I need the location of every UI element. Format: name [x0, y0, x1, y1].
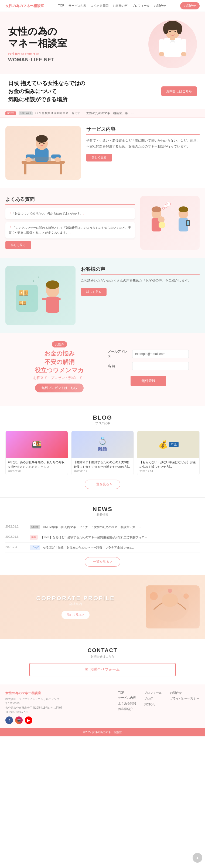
blog-card-1: 💍 離婚 【離婚オア】離婚するための心の工夫3離婚後にお金をできるだけ増やすため…	[71, 431, 134, 475]
faq-content: よくある質問 「お金について知りたい。何から始めてよいのか？」 「シングルマザー…	[5, 196, 135, 249]
hero-image	[148, 20, 197, 68]
footer-nav-col-3: お問合せ プライバシーポリシー	[170, 691, 200, 711]
news-item-2: 2021.7.4 ブログ なるほど！受験！お役立のためのマネー諸費「プラナア全員…	[5, 542, 200, 553]
blog-title: BLOG	[5, 414, 200, 421]
footer-nav-top[interactable]: TOP	[118, 691, 136, 694]
form-cta-button[interactable]: 無料プレゼントはこちら	[35, 383, 84, 393]
service-image	[5, 126, 81, 180]
cta-band: 日頃 抱えている女性ならではの お金の悩みについて 気軽に相談ができる場所 お問…	[0, 74, 205, 109]
news-item-1: 2022.01.6 掲載 【SNS】なるほど！受験するためのマネー諸費用選別がお…	[5, 532, 200, 542]
footer-nav-news[interactable]: お知らせ	[144, 702, 162, 706]
news-item-0: 2022.01.2 NEWS ORI 全県第 3 回列内マネーセミナー「女性のた…	[5, 522, 200, 532]
hero-domain: WOMAN-LIFE.NET	[8, 57, 148, 63]
profile-title-en: CORPORATE PROFILE	[5, 595, 146, 602]
news-more-button[interactable]: 一覧を見る >	[85, 557, 120, 566]
svg-rect-7	[181, 39, 186, 54]
svg-rect-25	[32, 157, 51, 161]
instagram-icon[interactable]: 📷	[15, 716, 23, 724]
news-date: 2022.01.2	[19, 112, 33, 115]
faq-more-button[interactable]: 詳しく見る	[5, 241, 31, 249]
mail-icon: ✉	[85, 667, 88, 672]
faq-image: ？	[140, 196, 200, 250]
footer-nav-privacy[interactable]: プライバシーポリシー	[170, 696, 200, 701]
footer-info: 女性の為のマネー相談室 株式会社ヒライブライン・コンサルティング 〒162-00…	[5, 691, 113, 724]
form-submit-button[interactable]: 無料登録	[131, 376, 166, 386]
youtube-icon[interactable]: ▶	[25, 716, 32, 724]
nav-testimonials[interactable]: お客様の声	[113, 4, 128, 8]
testimonial-more-button[interactable]: 詳しく見る	[81, 288, 106, 296]
news-subtitle: 新着情報	[5, 513, 200, 517]
svg-point-32	[179, 207, 188, 212]
news-category-1: 掲載	[30, 535, 38, 540]
svg-point-54	[168, 589, 172, 593]
svg-point-29	[158, 216, 164, 223]
nav-contact[interactable]: お問合せ	[154, 4, 166, 8]
faq-quote-1: 「お金について知りたい。何から始めてよいのか？」	[5, 208, 135, 219]
nav-top[interactable]: TOP	[58, 4, 64, 8]
name-group: 名 前	[108, 362, 189, 370]
contact-subtitle: お問合せはこちら	[11, 655, 194, 659]
footer-address: 株式会社ヒライブライン・コンサルティング 〒162-0055 大分県大分市万寿寺…	[5, 697, 113, 714]
name-input[interactable]	[132, 362, 189, 370]
profile-title-jp: 会社案内	[5, 602, 146, 607]
cta-button[interactable]: お問合せはこちら	[161, 86, 197, 96]
service-section: サービス内容 子育て・小遣い・老後資金など「誰に聞いて良いかわからない」など、育…	[0, 118, 205, 188]
service-more-button[interactable]: 詳しく見る	[86, 154, 112, 161]
news-section: NEWS 新着情報 2022.01.2 NEWS ORI 全県第 3 回列内マネ…	[0, 497, 205, 575]
svg-point-10	[169, 31, 171, 32]
blog-card-image-2: 💰 年金	[137, 431, 199, 458]
footer-nav-profile[interactable]: プロフィール	[144, 691, 162, 695]
blog-card-date-1: 2022.03.19	[74, 470, 131, 473]
facebook-icon[interactable]: f	[5, 716, 13, 724]
hero-text: 女性の為の マネー相談室 Feel free to contact us WOM…	[8, 26, 148, 62]
blog-card-0: 🍱 40代女、あるお仕事を始め、私たちの月収を増やす方もいじめることしょ 202…	[5, 431, 68, 475]
header-cta-button[interactable]: お問合せ	[180, 2, 200, 9]
footer-nav-col-2: プロフィール ブログ お知らせ	[144, 691, 162, 711]
email-group: メールアドレス	[108, 349, 189, 359]
blog-section: BLOG ブログ記事 🍱 40代女、あるお仕事を始め、私たちの月収を増やす方もい…	[0, 406, 205, 497]
blog-header: BLOG ブログ記事	[5, 414, 200, 425]
blog-card-icon-1: 💍	[98, 437, 107, 445]
blog-more-button[interactable]: 一覧を見る >	[85, 479, 120, 489]
news-text-1: 【SNS】なるほど！受験するためのマネー諸費用選別がお忘れにご挨拶フォロー	[41, 535, 200, 540]
blog-card-title-0: 40代女、あるお仕事を始め、私たちの月収を増やす方もいじめることしょ	[8, 460, 66, 469]
svg-point-2	[163, 23, 169, 34]
email-input[interactable]	[132, 350, 189, 358]
form-section: 女性の お金の悩み 不安の解消 役立つウメンマカ お役立て・プレゼント形式にて！…	[0, 333, 205, 406]
news-header: NEWS 新着情報	[5, 506, 200, 517]
email-label: メールアドレス	[108, 349, 129, 359]
svg-point-53	[183, 593, 189, 599]
svg-point-21	[25, 157, 32, 162]
blog-card-title-2: 【もらえない・少ない年金はなぜか】お金の悩みを減らすマナ方法	[139, 460, 197, 469]
nav-faq[interactable]: よくある質問	[91, 4, 108, 8]
svg-point-24	[44, 143, 45, 144]
svg-point-18	[36, 135, 48, 143]
form-badge: 女性の	[52, 341, 67, 347]
footer-nav-blog[interactable]: ブログ	[144, 696, 162, 701]
testimonial-title: お客様の声	[81, 266, 200, 275]
svg-text:💴: 💴	[19, 288, 28, 298]
footer-nav-contact[interactable]: お問合せ	[170, 691, 200, 695]
contact-form-button[interactable]: ✉ お問合せフォーム	[29, 663, 176, 676]
svg-text:♪: ♪	[38, 275, 40, 279]
svg-point-27	[152, 207, 161, 212]
footer-nav-testimonials[interactable]: お客様紹介	[118, 707, 136, 711]
footer-nav-service[interactable]: サービス内容	[118, 696, 136, 700]
blog-card-image-0: 🍱	[6, 431, 68, 458]
news-list: 2022.01.2 NEWS ORI 全県第 3 回列内マネーセミナー「女性のた…	[5, 522, 200, 553]
service-content: サービス内容 子育て・小遣い・老後資金など「誰に聞いて良いかわからない」など、育…	[86, 126, 200, 161]
svg-rect-14	[24, 164, 26, 175]
service-title: サービス内容	[86, 126, 200, 134]
nav-profile[interactable]: プロフィール	[132, 4, 150, 8]
testimonial-content: お客様の声 ご相談をいただいたたくさんの声を集めた「お客様の声」をご紹介します。…	[81, 266, 200, 296]
svg-rect-15	[60, 164, 62, 175]
profile-image	[146, 585, 200, 628]
footer-nav-faq[interactable]: よくある質問	[118, 702, 136, 706]
blog-grid: 🍱 40代女、あるお仕事を始め、私たちの月収を増やす方もいじめることしょ 202…	[5, 431, 200, 475]
nav-service[interactable]: サービス内容	[69, 4, 86, 8]
faq-quote-2: 「シングルマザーに関わる相談として「婚姻費用はこのようなものを知らない」など、子…	[5, 222, 135, 239]
footer-nav-col-1: TOP サービス内容 よくある質問 お客様紹介	[118, 691, 136, 711]
blog-card-2: 💰 年金 【もらえない・少ない年金はなぜか】お金の悩みを減らすマナ方法 2022…	[137, 431, 200, 475]
svg-point-51	[162, 593, 178, 607]
profile-more-button[interactable]: 詳しく見る >	[61, 611, 89, 619]
